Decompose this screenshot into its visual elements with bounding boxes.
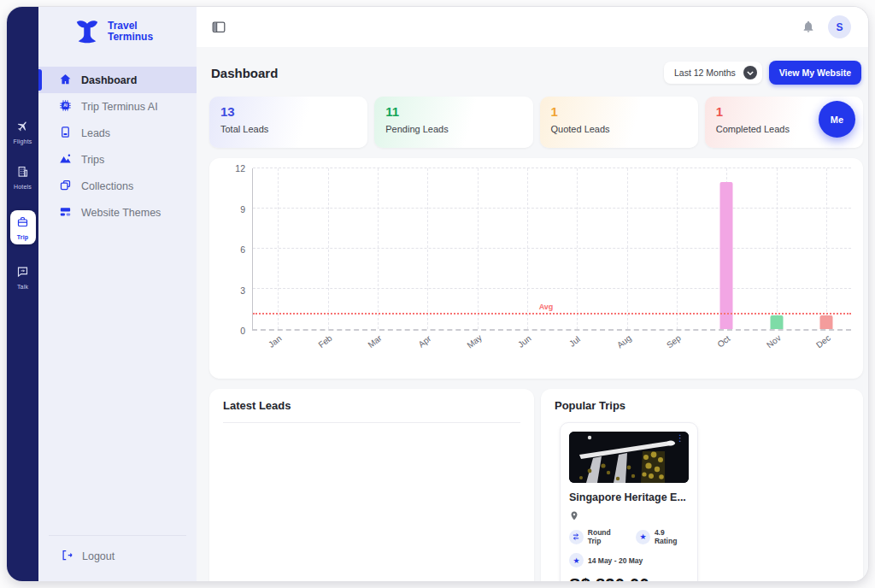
stat-card-total-leads: 13 Total Leads bbox=[209, 97, 367, 148]
notifications-bell-icon[interactable] bbox=[802, 20, 815, 34]
rail-item-talk[interactable]: Talk bbox=[16, 265, 29, 290]
page-title: Dashboard bbox=[211, 66, 278, 80]
sidebar-item-dashboard[interactable]: Dashboard bbox=[38, 67, 197, 93]
rail-item-flights[interactable]: Flights bbox=[13, 120, 32, 144]
dates-badge: ★ 14 May - 20 May bbox=[569, 553, 643, 567]
stat-label: Pending Leads bbox=[385, 124, 521, 134]
x-tick-label: Sep bbox=[665, 333, 683, 350]
x-tick-label: Apr bbox=[417, 333, 433, 349]
chevron-down-icon bbox=[743, 66, 757, 79]
mountain-icon bbox=[59, 152, 72, 168]
round-trip-icon bbox=[569, 530, 584, 544]
v-gridline bbox=[278, 168, 279, 329]
bar-dec bbox=[819, 315, 832, 329]
popular-trips-title: Popular Trips bbox=[555, 399, 849, 412]
v-gridline bbox=[427, 168, 428, 329]
average-line-label: Avg bbox=[539, 303, 554, 311]
average-line bbox=[253, 313, 851, 315]
rating-badge: ★ 4.9 Rating bbox=[636, 528, 689, 545]
trip-image: ⋮ bbox=[569, 432, 689, 483]
trip-price: S$ 820.00 bbox=[569, 575, 689, 581]
x-tick-label: Jun bbox=[516, 333, 532, 350]
stats-row: 13 Total Leads 11 Pending Leads 1 Quoted… bbox=[209, 97, 863, 148]
rail-item-hotels[interactable]: Hotels bbox=[14, 165, 32, 190]
x-tick-label: Nov bbox=[765, 333, 783, 350]
y-tick-label: 3 bbox=[240, 285, 245, 296]
collections-icon bbox=[59, 179, 72, 194]
svg-text:AI: AI bbox=[63, 103, 68, 108]
trip-title: Singapore Heritage E... bbox=[569, 491, 689, 503]
bar-oct bbox=[720, 182, 733, 329]
rail-label: Hotels bbox=[14, 184, 32, 190]
rail-label: Flights bbox=[13, 138, 32, 144]
bar-nov bbox=[770, 315, 783, 329]
logout-label: Logout bbox=[82, 550, 115, 562]
marina-bay-sands-illustration bbox=[569, 432, 689, 483]
stat-card-pending-leads: 11 Pending Leads bbox=[374, 97, 532, 148]
round-trip-badge: Round Trip bbox=[569, 528, 625, 545]
chart-plot-area: JanFebMarAprMayJunJulAugSepOctNovDecAvg bbox=[252, 168, 851, 331]
sidebar-item-trip-terminus-ai[interactable]: AI Trip Terminus AI bbox=[38, 93, 197, 120]
v-gridline bbox=[378, 168, 379, 329]
x-tick-label: Oct bbox=[716, 333, 732, 349]
chat-icon bbox=[16, 265, 29, 281]
h-gridline bbox=[253, 248, 851, 249]
x-tick-label: Dec bbox=[814, 333, 832, 350]
home-icon bbox=[59, 73, 72, 88]
latest-leads-title: Latest Leads bbox=[223, 399, 520, 412]
trip-menu-dots-icon[interactable]: ⋮ bbox=[676, 434, 684, 443]
calendar-star-icon: ★ bbox=[569, 553, 584, 567]
h-gridline bbox=[253, 288, 851, 289]
y-tick-label: 9 bbox=[240, 204, 245, 215]
sidebar-item-trips[interactable]: Trips bbox=[38, 146, 197, 173]
v-gridline bbox=[826, 168, 827, 329]
sidebar-item-label: Leads bbox=[81, 127, 110, 139]
app-window: Flights Hotels Trip Talk bbox=[7, 7, 868, 581]
v-gridline bbox=[627, 168, 628, 329]
chart-y-axis: 036912 bbox=[209, 168, 252, 331]
y-tick-label: 0 bbox=[240, 326, 245, 336]
brand-logo[interactable]: Travel Terminus bbox=[38, 7, 197, 55]
topbar: S bbox=[197, 7, 868, 47]
date-range-dropdown[interactable]: Last 12 Months bbox=[664, 62, 762, 84]
rail-item-trip[interactable]: Trip bbox=[10, 210, 36, 244]
stat-card-quoted-leads: 1 Quoted Leads bbox=[540, 97, 698, 148]
sidebar-menu: Dashboard AI Trip Terminus AI Leads Trip… bbox=[38, 67, 197, 226]
sidebar-toggle-icon[interactable] bbox=[212, 21, 226, 33]
view-my-website-button[interactable]: View My Website bbox=[769, 61, 861, 85]
y-tick-label: 12 bbox=[235, 163, 245, 173]
v-gridline bbox=[677, 168, 678, 329]
x-tick-label: Aug bbox=[615, 333, 633, 350]
sidebar-item-website-themes[interactable]: Website Themes bbox=[38, 199, 197, 226]
popular-trips-panel: Popular Trips bbox=[541, 389, 863, 581]
sidebar-item-label: Website Themes bbox=[81, 207, 161, 219]
rail-label: Talk bbox=[17, 284, 28, 290]
lead-card-icon bbox=[59, 126, 72, 141]
trip-card-singapore[interactable]: ⋮ Singapore Heritage E... Round Trip bbox=[560, 422, 698, 581]
sidebar-item-label: Trips bbox=[81, 154, 104, 166]
panel-divider bbox=[223, 422, 520, 423]
date-range-value: Last 12 Months bbox=[674, 68, 736, 78]
user-avatar[interactable]: S bbox=[828, 15, 851, 38]
leads-bar-chart: 036912 JanFebMarAprMayJunJulAugSepOctNov… bbox=[209, 158, 863, 379]
logout-button[interactable]: Logout bbox=[38, 536, 197, 581]
brand-name: Travel Terminus bbox=[108, 21, 153, 44]
rail-label: Trip bbox=[17, 234, 29, 240]
sidebar-spacer bbox=[38, 226, 197, 535]
sidebar-item-collections[interactable]: Collections bbox=[38, 173, 197, 199]
h-gridline bbox=[253, 168, 851, 168]
stat-value: 13 bbox=[220, 104, 356, 119]
stat-value: 1 bbox=[551, 104, 687, 119]
y-tick-label: 6 bbox=[240, 244, 245, 255]
logout-icon bbox=[61, 549, 73, 564]
icon-rail: Flights Hotels Trip Talk bbox=[7, 7, 38, 581]
hotel-icon bbox=[16, 165, 29, 181]
me-floating-button[interactable]: Me bbox=[819, 101, 855, 138]
sidebar-item-leads[interactable]: Leads bbox=[38, 120, 197, 146]
main-area: S Me Dashboard Last 12 Months View My We… bbox=[197, 7, 868, 581]
latest-leads-panel: Latest Leads bbox=[209, 389, 534, 581]
h-gridline bbox=[253, 208, 851, 209]
sidebar: Travel Terminus Dashboard AI Trip Termin… bbox=[38, 7, 197, 581]
location-pin-icon bbox=[569, 509, 689, 520]
ai-chip-icon: AI bbox=[59, 99, 72, 115]
